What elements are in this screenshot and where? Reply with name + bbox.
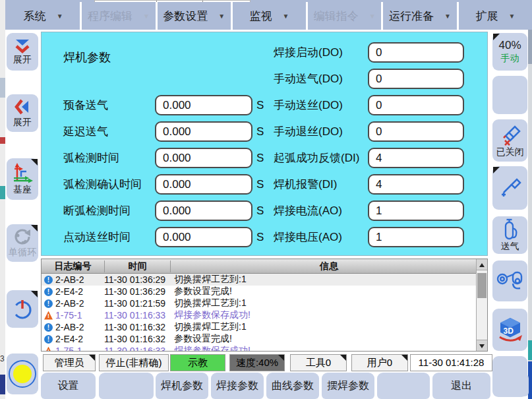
torch-off-icon [498,123,522,146]
arc-success-di-input[interactable] [368,148,464,168]
power-button[interactable] [7,290,38,328]
field-label: 延迟送气 [63,121,108,142]
weld-params-button[interactable]: 焊接参数 [211,373,264,399]
curve-params-button[interactable]: 曲线参数 [266,373,319,399]
field-label: 起弧成功反馈(DI) [274,148,359,168]
gas-feed-button[interactable]: 送气 [492,216,527,254]
delay-gas-input[interactable] [155,121,252,142]
dropdown-arrow-icon: ▼ [143,13,150,20]
unit-label: S [256,95,264,115]
manual-wirefeed-do-input[interactable] [368,95,464,115]
panel-title: 焊机参数 [63,49,111,65]
manual-wireback-do-input[interactable] [368,121,464,142]
log-row[interactable]: 2-E4-2 11-30 01:36:29 参数设置完成! [42,286,487,297]
log-row[interactable]: 1-75-1 11-30 01:16:33 焊接参数保存成功! [42,309,487,321]
field-label: 预备送气 [63,95,108,115]
menu-program-edit: 程序编辑▼ [82,2,155,30]
menu-parameter-settings[interactable]: 参数设置▼ [158,2,231,30]
handheld-device-button[interactable] [492,261,527,301]
field-label: 焊接电压(AO) [274,227,342,247]
unit-label: S [256,227,264,247]
welder-alarm-di-input[interactable] [368,174,464,195]
menu-edit-command: 编辑指令▼ [308,2,381,30]
servo-status-button[interactable] [7,353,38,394]
weld-voltage-ao-input[interactable] [368,227,464,247]
log-header-time: 时间 [104,261,170,272]
welder-params-button[interactable]: 焊机参数 [156,373,208,399]
unit-label: S [256,148,264,168]
scroll-thumb[interactable] [477,273,487,298]
status-tool[interactable]: 工具0 [290,354,347,371]
edge-fragment [0,375,5,394]
info-icon [44,288,53,296]
expand-down-button[interactable]: 展开 [7,33,38,71]
unit-label: S [256,200,264,221]
yellow-status-lamp-icon [9,360,36,388]
edge-fragment [528,340,532,360]
view-3d-button[interactable]: 3D [492,309,527,351]
dropdown-arrow-icon: ▼ [444,13,451,20]
weld-start-do-input[interactable] [368,42,464,63]
log-header-id: 日志编号 [42,261,104,272]
chevrons-left-icon [15,98,30,116]
edge-fragment [0,137,5,144]
edge-fragment [0,186,5,199]
welder-parameters-panel: 焊机参数 预备送气 S 延迟送气 S 弧检测时间 S 弧检测确认时间 S 断弧检… [41,32,488,256]
arc-confirm-time-input[interactable] [155,174,252,195]
exit-button[interactable]: 退出 [432,373,490,399]
status-datetime: 11-30 01:41:28 [410,354,492,371]
empty-bottom-button[interactable] [377,373,430,399]
weld-current-ao-input[interactable] [368,200,464,221]
torch-tool-button[interactable] [492,166,527,210]
weave-params-button[interactable]: 摆焊参数 [322,373,374,399]
settings-button[interactable]: 设置 [41,373,96,399]
scroll-down-button[interactable] [477,340,487,351]
field-label: 焊接启动(DO) [274,42,343,63]
menu-system[interactable]: 系统▼ [7,2,80,30]
left-edge-strip: 3 [0,0,5,399]
status-motion-state: 停止(非精确) [99,354,169,371]
edge-fragment [528,28,532,64]
expand-left-label: 展开 [13,117,32,129]
info-icon [44,335,53,344]
torch-closed-button[interactable]: 已关闭 [492,119,527,162]
log-row-partial[interactable]: 1-75-1 11-30 01:16:33 焊接参数保存成功! [42,345,487,352]
status-user-frame[interactable]: 用户0 [351,354,408,371]
menu-monitor[interactable]: 监视▼ [233,2,306,30]
dropdown-arrow-icon: ▼ [283,13,289,20]
cube-3d-label: 3D [504,326,514,336]
log-header-row: 日志编号 时间 信息 [42,259,487,274]
speed-mode-button[interactable]: 40% 手动 [492,33,527,71]
manual-gas-do-input[interactable] [368,69,464,89]
field-label: 手动退丝(DO) [274,121,343,142]
log-row[interactable]: 2-AB-2 11-30 01:21:59 切换摆焊工艺到:1 [42,297,487,309]
pre-gas-input[interactable] [155,95,252,115]
arc-break-time-input[interactable] [155,200,252,221]
expand-down-label: 展开 [13,54,32,66]
empty-bottom-button[interactable] [99,373,154,399]
base-frame-button[interactable]: 基座 [7,158,38,200]
status-speed[interactable]: 速度:40% [229,354,285,371]
unit-label: S [256,174,264,195]
torch-status-label: 已关闭 [496,146,524,158]
log-table: 日志编号 时间 信息 2-AB-2 11-30 01:36:29 切换摆焊工艺到… [41,259,488,352]
field-label: 手动送丝(DO) [274,95,343,115]
empty-bottom-button[interactable] [493,373,529,396]
log-row[interactable]: 2-E4-2 11-30 01:16:32 参数设置完成! [42,333,487,345]
log-row[interactable]: 2-AB-2 11-30 01:16:32 切换摆焊工艺到:1 [42,321,487,333]
status-user-level[interactable]: 管理员 [43,354,96,371]
log-scrollbar[interactable] [476,259,487,351]
unit-label: S [256,121,264,142]
base-axes-icon [11,162,34,183]
info-icon [44,299,53,308]
menu-run-prepare[interactable]: 运行准备▼ [383,2,456,30]
jog-wirefeed-time-input[interactable] [155,227,252,247]
expand-left-button[interactable]: 展开 [7,94,38,132]
arc-detect-time-input[interactable] [155,148,252,168]
scroll-up-button[interactable] [477,259,487,270]
empty-rail-button[interactable] [492,76,527,114]
log-row[interactable]: 2-AB-2 11-30 01:36:29 切换摆焊工艺到:1 [42,274,487,286]
dropdown-arrow-icon: ▼ [369,13,376,20]
dropdown-arrow-icon: ▼ [57,13,63,20]
menu-extension[interactable]: 扩展▼ [459,2,532,30]
